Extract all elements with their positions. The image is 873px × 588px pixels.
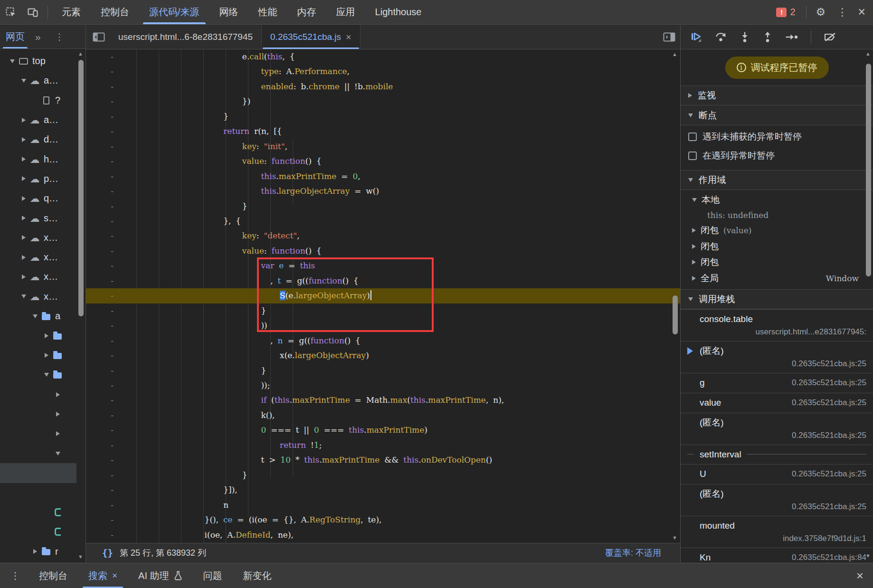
code-line[interactable]: - }, { [86, 214, 680, 228]
code-line[interactable]: - i(oe, A.DefineId, ne), [86, 528, 680, 542]
chevron-right-icon[interactable] [19, 157, 28, 161]
tree-item[interactable] [0, 404, 76, 424]
pause-exceptions-row[interactable]: 在遇到异常时暂停 [681, 146, 873, 165]
gutter-marker[interactable]: - [86, 94, 124, 109]
chevron-right-icon[interactable] [692, 260, 696, 265]
tree-item[interactable] [0, 503, 76, 522]
tree-item[interactable]: ☁a… [0, 71, 76, 90]
tab-3[interactable]: 网络 [209, 0, 248, 24]
close-tab-icon[interactable]: × [346, 32, 351, 43]
close-drawer-icon[interactable]: × [856, 569, 864, 583]
toggle-navigator-icon[interactable] [93, 32, 105, 42]
code-line[interactable]: - t > 10 * this.maxPrintTime && this.onD… [86, 453, 680, 467]
tree-item[interactable] [0, 444, 76, 463]
chevron-right-icon[interactable] [42, 353, 51, 358]
gutter-marker[interactable]: - [86, 288, 124, 303]
gutter-marker[interactable]: - [86, 258, 124, 273]
sidebar-scrollbar[interactable]: ▲ ▼ [76, 49, 85, 562]
stack-frame[interactable]: g0.2635c521cba.js:25 [681, 373, 873, 393]
code-line[interactable]: - this.maxPrintTime = 0, [86, 169, 680, 184]
chevron-right-icon[interactable] [19, 137, 28, 142]
code-line[interactable]: - }(), ce = (i(oe = {}, A.RegToString, t… [86, 512, 680, 527]
tab-6[interactable]: 应用 [326, 0, 365, 24]
gutter-marker[interactable]: - [86, 64, 124, 79]
tab-1[interactable]: 控制台 [91, 0, 139, 24]
pause-uncaught-row[interactable]: 遇到未捕获的异常时暂停 [681, 127, 873, 146]
gutter-marker[interactable]: - [86, 228, 124, 243]
chevron-right-icon[interactable] [692, 244, 696, 249]
gutter-marker[interactable]: - [86, 199, 124, 214]
scope-group[interactable]: 闭包 [681, 255, 873, 271]
editor-scrollbar[interactable]: ▲ ▼ [670, 49, 680, 543]
gutter-marker[interactable]: - [86, 468, 124, 483]
gutter-marker[interactable]: - [86, 244, 124, 258]
tree-item[interactable]: ☁x… [0, 247, 76, 267]
code-line[interactable]: - this.largeObjectArray = w() [86, 184, 680, 199]
close-devtools-icon[interactable]: × [858, 6, 865, 19]
section-watch[interactable]: 监视 [681, 85, 873, 105]
code-line[interactable]: - value: function() { [86, 244, 680, 258]
chevron-right-icon[interactable] [53, 392, 63, 397]
editor-scroll-thumb[interactable] [673, 295, 678, 334]
code-line[interactable]: - x(e.largeObjectArray) [86, 348, 680, 363]
chevron-down-icon[interactable] [42, 373, 51, 377]
coverage-status[interactable]: 覆盖率: 不适用 [605, 547, 661, 559]
tab-7[interactable]: Lighthouse [365, 0, 432, 24]
chevron-right-icon[interactable] [19, 235, 28, 240]
stack-frame[interactable]: console.tableuserscript.html...e28316779… [681, 309, 873, 341]
code-line[interactable]: - e.call(this, { [86, 49, 680, 64]
drawer-tab-2[interactable]: AI 助理 [128, 563, 192, 588]
chevron-down-icon[interactable] [19, 294, 28, 298]
checkbox-exceptions[interactable] [688, 152, 697, 160]
panel-scrollbar[interactable]: ▲ ▼ [864, 49, 873, 562]
gutter-marker[interactable]: - [86, 79, 124, 94]
tree-item[interactable] [0, 326, 76, 345]
chevron-right-icon[interactable] [692, 228, 696, 233]
chevron-right-icon[interactable] [19, 275, 28, 279]
checkbox-uncaught[interactable] [688, 133, 697, 141]
section-scope[interactable]: 作用域 [681, 170, 873, 190]
section-callstack[interactable]: 调用堆栈 [681, 289, 873, 309]
tree-item[interactable]: top [0, 51, 76, 71]
stack-frame[interactable]: U0.2635c521cba.js:25 [681, 464, 873, 484]
gutter-marker[interactable]: - [86, 318, 124, 333]
scroll-down-icon[interactable]: ▼ [672, 535, 677, 541]
code-line[interactable]: - key: "init", [86, 139, 680, 154]
scope-group[interactable]: 闭包(value) [681, 223, 873, 239]
tree-item-selected[interactable] [0, 463, 76, 483]
chevron-down-icon[interactable] [30, 314, 40, 318]
resume-script-icon[interactable] [690, 31, 702, 43]
code-line[interactable]: - n [86, 498, 680, 512]
sidebar-scroll-thumb[interactable] [78, 60, 84, 316]
code-line[interactable]: - key: "detect", [86, 228, 680, 243]
tree-item[interactable]: ☁a… [0, 110, 76, 130]
drawer-tab-3[interactable]: 问题 [193, 563, 233, 588]
inspect-element-icon[interactable] [5, 6, 17, 19]
issues-badge[interactable]: ! 2 [776, 7, 795, 18]
gutter-marker[interactable]: - [86, 139, 124, 154]
chevron-right-icon[interactable] [19, 176, 28, 181]
code-line[interactable]: - value: function() { [86, 154, 680, 169]
stack-frame[interactable]: Kn0.2635c521cba.js:84 [681, 548, 873, 563]
device-toolbar-icon[interactable] [27, 6, 39, 19]
scope-group[interactable]: 本地 [681, 192, 873, 208]
stack-frame[interactable]: (匿名)0.2635c521cba.js:25 [681, 341, 873, 373]
drawer-tab-0[interactable]: 控制台 [28, 563, 78, 588]
editor-tab-1[interactable]: 0.2635c521cba.js× [262, 25, 361, 49]
tree-item[interactable]: ☁x… [0, 267, 76, 286]
panel-scroll-thumb[interactable] [866, 64, 871, 276]
step-into-icon[interactable] [740, 31, 750, 43]
gutter-marker[interactable]: - [86, 274, 124, 288]
code-line[interactable]: - )); [86, 378, 680, 393]
gutter-marker[interactable]: - [86, 333, 124, 348]
tree-item[interactable]: ☁p… [0, 169, 76, 189]
step-icon[interactable] [785, 31, 798, 43]
tree-item[interactable] [0, 345, 76, 365]
gutter-marker[interactable]: - [86, 423, 124, 437]
chevron-right-icon[interactable] [692, 276, 696, 281]
scope-group[interactable]: 全局Window [681, 270, 873, 286]
code-line[interactable]: - } [86, 109, 680, 124]
tree-item[interactable]: ☁x… [0, 228, 76, 247]
chevron-right-icon[interactable] [19, 255, 28, 260]
tab-4[interactable]: 性能 [248, 0, 287, 24]
